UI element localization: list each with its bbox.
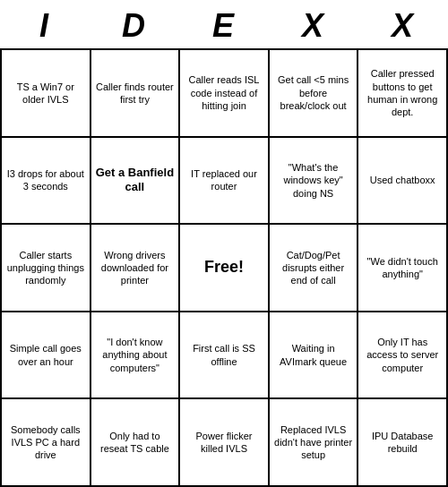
cell-text: "We didn't touch anything" <box>362 255 443 281</box>
bingo-cell[interactable]: Replaced IVLS didn't have printer setup <box>270 399 359 487</box>
cell-text: Caller reads ISL code instead of hitting… <box>184 73 264 112</box>
header-letter: D <box>94 7 175 45</box>
cell-text: IT replaced our router <box>184 167 264 193</box>
bingo-cell[interactable]: "We didn't touch anything" <box>358 225 448 312</box>
bingo-cell[interactable]: Simple call goes over an hour <box>2 312 91 400</box>
cell-text: Caller pressed buttons to get human in w… <box>362 67 443 118</box>
bingo-cell[interactable]: "What's the windows key" doing NS <box>270 138 359 226</box>
bingo-cell[interactable]: Used chatboxx <box>358 138 448 226</box>
bingo-cell[interactable]: Waiting in AVImark queue <box>270 312 359 400</box>
cell-text: Caller finds router first try <box>95 81 176 107</box>
cell-text: Get a Banfield call <box>95 166 176 196</box>
cell-text: Cat/Dog/Pet disrupts either end of call <box>273 249 354 287</box>
bingo-cell[interactable]: Somebody calls IVLS PC a hard drive <box>2 399 91 487</box>
header-letter: I <box>4 7 85 45</box>
cell-text: Only IT has access to server computer <box>362 336 443 374</box>
bingo-cell[interactable]: Caller finds router first try <box>91 50 181 138</box>
bingo-cell[interactable]: Caller starts unplugging things randomly <box>2 225 91 312</box>
bingo-cell[interactable]: Caller reads ISL code instead of hitting… <box>180 50 270 138</box>
cell-text: IPU Database rebuild <box>362 430 443 456</box>
cell-text: TS a Win7 or older IVLS <box>5 81 86 107</box>
bingo-cell[interactable]: Only had to reseat TS cable <box>91 399 181 487</box>
bingo-cell[interactable]: Caller pressed buttons to get human in w… <box>358 50 448 138</box>
bingo-cell[interactable]: First call is SS offline <box>180 312 270 400</box>
bingo-cell[interactable]: Wrong drivers downloaded for printer <box>91 225 181 312</box>
bingo-cell[interactable]: "I don't know anything about computers" <box>91 312 181 400</box>
cell-text: Wrong drivers downloaded for printer <box>95 249 176 287</box>
header-letter: E <box>184 7 264 45</box>
bingo-grid: TS a Win7 or older IVLSCaller finds rout… <box>0 48 448 487</box>
cell-text: Caller starts unplugging things randomly <box>5 249 86 287</box>
header-letter: X <box>363 7 444 45</box>
cell-text: I3 drops for about 3 seconds <box>5 167 86 193</box>
bingo-header: IDEXX <box>0 0 448 48</box>
cell-text: Get call <5 mins before break/clock out <box>273 73 354 112</box>
cell-text: Only had to reseat TS cable <box>95 430 176 456</box>
cell-text: "What's the windows key" doing NS <box>273 161 354 200</box>
cell-text: Replaced IVLS didn't have printer setup <box>273 423 354 462</box>
bingo-cell[interactable]: Cat/Dog/Pet disrupts either end of call <box>270 225 359 312</box>
bingo-cell[interactable]: I3 drops for about 3 seconds <box>2 138 91 226</box>
bingo-cell[interactable]: IPU Database rebuild <box>358 399 448 487</box>
cell-text: Waiting in AVImark queue <box>273 342 354 368</box>
cell-text: Simple call goes over an hour <box>5 342 86 368</box>
bingo-card: IDEXX TS a Win7 or older IVLSCaller find… <box>0 0 448 487</box>
bingo-cell[interactable]: Free! <box>180 225 270 312</box>
bingo-cell[interactable]: Only IT has access to server computer <box>358 312 448 400</box>
cell-text: Somebody calls IVLS PC a hard drive <box>5 423 86 462</box>
bingo-cell[interactable]: Power flicker killed IVLS <box>180 399 270 487</box>
cell-text: "I don't know anything about computers" <box>95 336 176 374</box>
bingo-cell[interactable]: Get call <5 mins before break/clock out <box>270 50 359 138</box>
bingo-cell[interactable]: Get a Banfield call <box>91 138 181 226</box>
cell-text: First call is SS offline <box>184 342 264 368</box>
cell-text: Power flicker killed IVLS <box>184 430 264 456</box>
cell-text: Used chatboxx <box>370 174 435 186</box>
bingo-cell[interactable]: TS a Win7 or older IVLS <box>2 50 91 138</box>
bingo-cell[interactable]: IT replaced our router <box>180 138 270 226</box>
header-letter: X <box>273 7 354 45</box>
